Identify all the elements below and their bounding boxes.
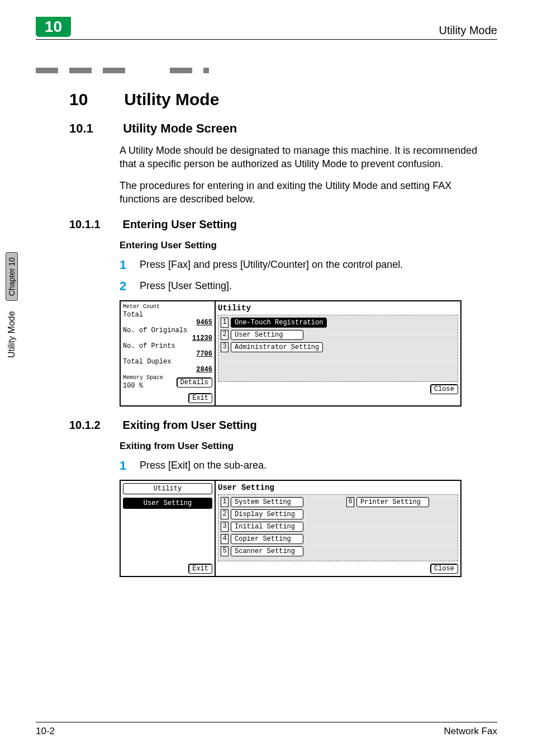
section-10-1-para2: The procedures for entering in and exiti… <box>120 179 488 206</box>
section-10-1-number: 10.1 <box>69 121 120 136</box>
user-setting-menu-panel: User Setting 1 System Setting 2 Displa <box>216 481 460 576</box>
side-chapter-tab: Chapter 10 <box>6 252 18 301</box>
user-setting-panel-title: User Setting <box>218 483 458 492</box>
section-10-1-para1: A Utility Mode should be designated to m… <box>120 144 488 171</box>
menu-item-number: 3 <box>221 522 229 532</box>
footer-product: Network Fax <box>444 726 497 737</box>
menu-item-number: 6 <box>346 497 354 507</box>
section-10-1-2-runhead: Exiting from User Setting <box>120 441 497 452</box>
utility-panel-title: Utility <box>218 304 458 313</box>
step-item: 1 Press [Fax] and press [Utility/Counter… <box>120 258 488 272</box>
menu-item-number: 1 <box>221 318 229 328</box>
step-number: 1 <box>120 258 140 272</box>
meter-row-label: Total Duplex <box>123 358 212 366</box>
section-10-1-2-title: Exiting from User Setting <box>123 419 257 431</box>
user-setting-tab[interactable]: User Setting <box>123 498 212 509</box>
page-footer: 10-2 Network Fax <box>36 722 497 737</box>
meter-row-label: No. of Prints <box>123 342 212 350</box>
meter-row-label: Total <box>123 311 212 319</box>
menu-item-number: 5 <box>221 546 229 556</box>
menu-administrator-setting[interactable]: Administrator Setting <box>231 342 323 352</box>
side-section-name: Utility Mode <box>7 311 17 358</box>
user-setting-screen-figure-2: Utility User Setting Exit User Setting 1 <box>120 480 461 577</box>
section-10-1-2-number: 10.1.2 <box>69 419 120 432</box>
side-label: Utility Mode Chapter 10 <box>6 252 18 358</box>
meter-row-label: No. of Originals <box>123 327 212 334</box>
menu-scanner-setting[interactable]: Scanner Setting <box>231 546 303 556</box>
step-item: 1 Press [Exit] on the sub-area. <box>120 459 488 473</box>
menu-item-number: 3 <box>221 342 229 352</box>
section-10-1-heading: 10.1 Utility Mode Screen <box>69 121 497 136</box>
meter-row-value: 7706 <box>123 350 212 358</box>
meter-row-value: 9465 <box>123 319 212 327</box>
utility-menu-panel: Utility 1 One-Touch Registration 2 User … <box>216 301 460 405</box>
chapter-title-text: Utility Mode <box>124 90 219 108</box>
menu-item-number: 1 <box>221 497 229 507</box>
chapter-title-number: 10 <box>69 90 120 109</box>
close-button[interactable]: Close <box>430 564 458 574</box>
section-10-1-title: Utility Mode Screen <box>123 121 237 135</box>
meter-row-value: 11230 <box>123 334 212 342</box>
section-10-1-1-title: Entering User Setting <box>123 218 237 230</box>
menu-user-setting[interactable]: User Setting <box>231 330 303 340</box>
utility-tab[interactable]: Utility <box>123 483 212 494</box>
section-10-1-1-runhead: Entering User Setting <box>120 240 497 251</box>
running-title: Utility Mode <box>439 24 497 37</box>
section-10-1-1-heading: 10.1.1 Entering User Setting <box>69 218 497 231</box>
details-button[interactable]: Details <box>177 377 212 388</box>
step-text: Press [User Setting]. <box>140 279 232 292</box>
menu-one-touch-registration[interactable]: One-Touch Registration <box>231 318 327 328</box>
decorative-strip <box>36 67 416 74</box>
meter-row-value: 2846 <box>123 366 212 374</box>
menu-item-number: 4 <box>221 534 229 544</box>
meter-count-panel: Meter Count Total 9465 No. of Originals … <box>121 301 216 405</box>
step-text: Press [Fax] and press [Utility/Counter] … <box>140 258 403 271</box>
meter-count-title: Meter Count <box>123 304 212 310</box>
exit-button[interactable]: Exit <box>188 564 212 574</box>
header-divider <box>36 39 497 40</box>
menu-initial-setting[interactable]: Initial Setting <box>231 522 303 532</box>
close-button[interactable]: Close <box>430 384 458 394</box>
exit-button[interactable]: Exit <box>188 393 212 403</box>
step-number: 2 <box>120 279 140 294</box>
memory-space-label: Memory Space <box>123 375 163 381</box>
entering-steps: 1 Press [Fax] and press [Utility/Counter… <box>120 258 488 294</box>
section-10-1-2-heading: 10.1.2 Exiting from User Setting <box>69 419 497 432</box>
step-text: Press [Exit] on the sub-area. <box>140 459 266 471</box>
page-number: 10-2 <box>36 726 55 737</box>
exiting-steps: 1 Press [Exit] on the sub-area. <box>120 459 488 473</box>
menu-printer-setting[interactable]: Printer Setting <box>356 497 429 507</box>
chapter-title: 10 Utility Mode <box>69 90 497 109</box>
memory-space-value: 100 % <box>123 382 163 390</box>
section-10-1-1-number: 10.1.1 <box>69 218 120 231</box>
step-item: 2 Press [User Setting]. <box>120 279 488 294</box>
sub-area-panel: Utility User Setting Exit <box>121 481 216 576</box>
chapter-badge: 10 <box>36 17 71 37</box>
step-number: 1 <box>120 459 140 473</box>
menu-system-setting[interactable]: System Setting <box>231 497 303 507</box>
menu-item-number: 2 <box>221 509 229 519</box>
menu-copier-setting[interactable]: Copier Setting <box>231 534 303 544</box>
menu-display-setting[interactable]: Display Setting <box>231 509 303 519</box>
menu-item-number: 2 <box>221 330 229 340</box>
utility-screen-figure-1: Meter Count Total 9465 No. of Originals … <box>120 300 461 407</box>
